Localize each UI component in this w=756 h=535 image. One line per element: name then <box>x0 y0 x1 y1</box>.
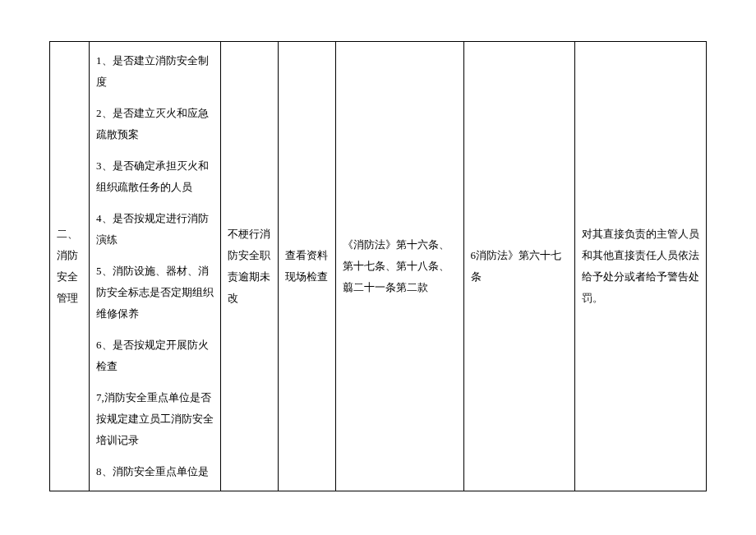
category-cell: 二、消防安全管理 <box>50 42 90 491</box>
penalty-cell: 对其直接负责的主管人员和其他直接责任人员依法给予处分或者给予警告处罚。 <box>574 42 706 491</box>
items-cell: 1、是否建立消防安全制度 2、是否建立灭火和应急疏散预案 3、是否确定承担灭火和… <box>90 42 221 491</box>
list-item: 1、是否建立消防安全制度 <box>96 50 214 93</box>
table-row: 二、消防安全管理 1、是否建立消防安全制度 2、是否建立灭火和应急疏散预案 3、… <box>50 42 707 491</box>
list-item: 4、是否按规定进行消防演练 <box>96 208 214 251</box>
regulation-table: 二、消防安全管理 1、是否建立消防安全制度 2、是否建立灭火和应急疏散预案 3、… <box>49 41 707 491</box>
penalty-basis-cell: 6消防法》第六十七条 <box>463 42 574 491</box>
list-item: 6、是否按规定开展防火检查 <box>96 334 214 377</box>
list-item: 7,消防安全重点单位是否按规定建立员工消防安全培训记录 <box>96 387 214 451</box>
violation-cell: 不梗行消防安全职责逾期未改 <box>221 42 279 491</box>
basis-cell: 《消防法》第十六条、第十七条、第十八条、翦二十一条第二款 <box>336 42 463 491</box>
list-item: 3、是否确定承担灭火和组织疏散任务的人员 <box>96 155 214 198</box>
list-item: 2、是否建立灭火和应急疏散预案 <box>96 103 214 145</box>
list-item: 5、消防设施、器材、消防安全标志是否定期组织维修保养 <box>96 261 214 325</box>
list-item: 8、消防安全重点单位是 <box>96 461 214 482</box>
method-cell: 查看资料现场检查 <box>279 42 336 491</box>
